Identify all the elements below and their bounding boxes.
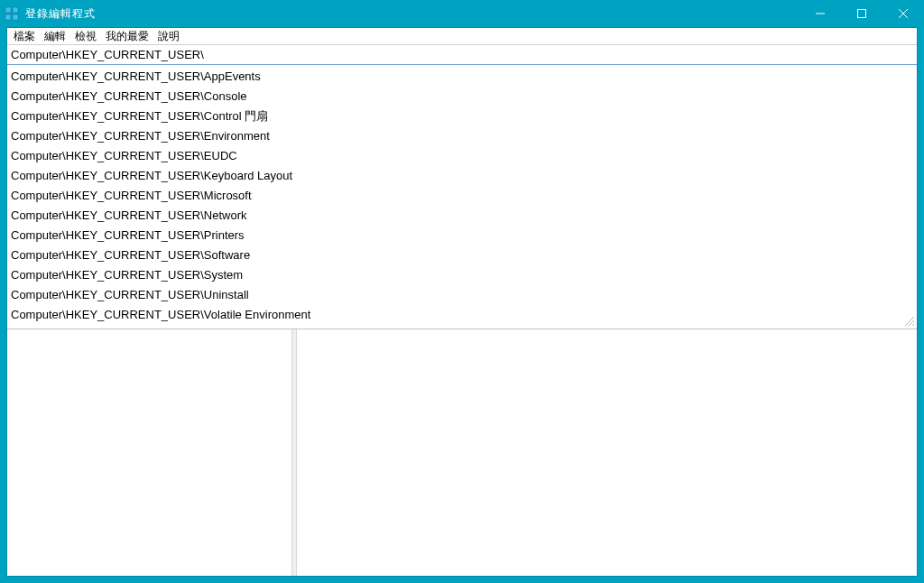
menubar: 檔案 編輯 檢視 我的最愛 說明	[7, 28, 917, 45]
autocomplete-item[interactable]: Computer\HKEY_CURRENT_USER\Keyboard Layo…	[7, 166, 917, 186]
main-panes	[7, 329, 917, 576]
tree-pane[interactable]	[7, 329, 292, 576]
svg-rect-2	[5, 14, 11, 20]
svg-line-10	[912, 324, 914, 326]
autocomplete-item[interactable]: Computer\HKEY_CURRENT_USER\Volatile Envi…	[7, 305, 917, 325]
autocomplete-item[interactable]: Computer\HKEY_CURRENT_USER\Software	[7, 245, 917, 265]
minimize-button[interactable]	[799, 0, 841, 27]
svg-rect-3	[13, 14, 18, 20]
client-area: 檔案 編輯 檢視 我的最愛 說明 Computer\HKEY_CURRENT_U…	[6, 27, 918, 577]
autocomplete-item[interactable]: Computer\HKEY_CURRENT_USER\EUDC	[7, 146, 917, 166]
autocomplete-item[interactable]: Computer\HKEY_CURRENT_USER\Printers	[7, 226, 917, 245]
svg-rect-5	[858, 10, 866, 18]
autocomplete-item[interactable]: Computer\HKEY_CURRENT_USER\System	[7, 265, 917, 285]
resize-grip-icon	[902, 314, 915, 327]
maximize-icon	[857, 9, 866, 18]
autocomplete-item[interactable]: Computer\HKEY_CURRENT_USER\Network	[7, 206, 917, 226]
resize-grip[interactable]	[902, 314, 915, 327]
autocomplete-item[interactable]: Computer\HKEY_CURRENT_USER\Control 門扇	[7, 106, 917, 126]
window-title: 登錄編輯程式	[23, 6, 96, 22]
autocomplete-dropdown: Computer\HKEY_CURRENT_USER\AppEvents Com…	[7, 65, 917, 329]
autocomplete-item[interactable]: Computer\HKEY_CURRENT_USER\AppEvents	[7, 67, 917, 87]
menu-file[interactable]: 檔案	[9, 28, 40, 45]
titlebar[interactable]: 登錄編輯程式	[0, 0, 924, 27]
autocomplete-item[interactable]: Computer\HKEY_CURRENT_USER\Environment	[7, 126, 917, 146]
close-button[interactable]	[882, 0, 924, 27]
autocomplete-item[interactable]: Computer\HKEY_CURRENT_USER\Console	[7, 87, 917, 106]
autocomplete-item[interactable]: Computer\HKEY_CURRENT_USER\Microsoft	[7, 186, 917, 206]
minimize-icon	[816, 9, 825, 18]
address-input[interactable]	[7, 45, 917, 64]
menu-help[interactable]: 說明	[153, 28, 184, 45]
maximize-button[interactable]	[841, 0, 882, 27]
menu-edit[interactable]: 編輯	[40, 28, 70, 45]
address-bar	[7, 45, 917, 65]
app-icon	[0, 6, 23, 21]
autocomplete-item[interactable]: Computer\HKEY_CURRENT_USER\Uninstall	[7, 285, 917, 305]
values-pane[interactable]	[297, 329, 917, 576]
app-window: 登錄編輯程式 檔案 編輯 檢視 我的最愛 說明 Computer\HKEY_CU…	[0, 0, 924, 583]
menu-view[interactable]: 檢視	[70, 28, 101, 45]
close-icon	[899, 9, 908, 18]
svg-rect-1	[13, 7, 18, 13]
menu-favorites[interactable]: 我的最愛	[101, 28, 153, 45]
svg-rect-0	[5, 7, 11, 13]
